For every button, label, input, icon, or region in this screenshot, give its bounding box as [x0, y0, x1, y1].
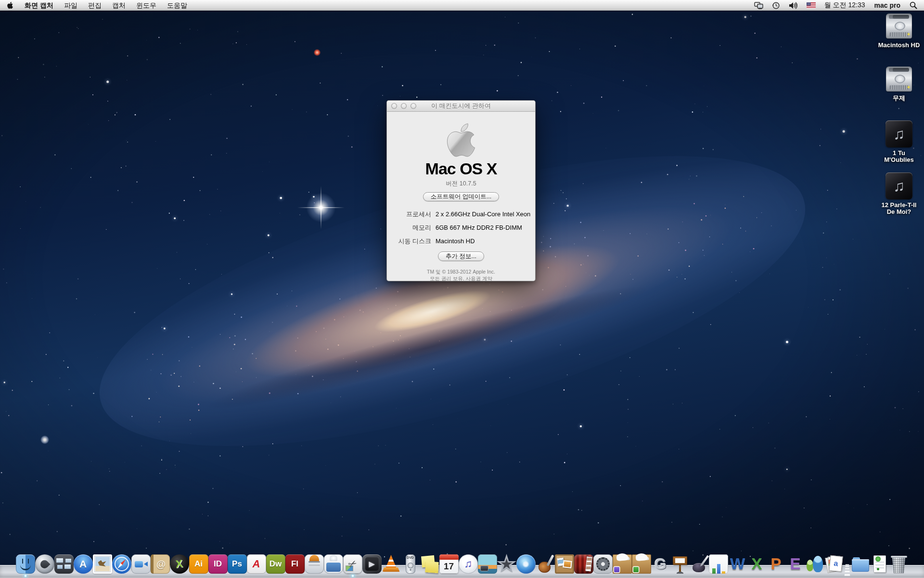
spec-label: 메모리: [387, 223, 431, 232]
dock-numbers[interactable]: [709, 550, 728, 574]
dock-stuffit-clamp[interactable]: G: [651, 550, 670, 574]
dock-garageband[interactable]: [536, 550, 555, 574]
desktop-icon-macintosh-hd[interactable]: Macintosh HD: [875, 13, 923, 49]
photo-booth-icon: [574, 554, 593, 574]
spotlight-search-icon: [910, 1, 917, 9]
dock-mission-control[interactable]: [54, 550, 74, 574]
dock-collage-board[interactable]: [555, 550, 574, 574]
dock-dvd-player[interactable]: DVD: [401, 550, 420, 574]
dock-keynote[interactable]: [670, 550, 690, 574]
dock-system-preferences[interactable]: [593, 550, 613, 574]
dock-screen-capture[interactable]: ✂: [343, 550, 362, 574]
dock-entourage[interactable]: E: [786, 550, 805, 574]
dock-toast-blue[interactable]: [324, 550, 343, 574]
spec-label: 프로세서: [387, 210, 431, 219]
dock-flash[interactable]: Fl: [285, 550, 305, 574]
audio-file-icon: ♫: [886, 172, 912, 199]
more-info-button[interactable]: 추가 정보...: [438, 251, 484, 261]
time-machine-menu-extra[interactable]: [768, 0, 784, 11]
dock-toast[interactable]: [305, 550, 324, 574]
desktop-icon-label: 1 TuM'Oublies: [884, 150, 914, 163]
menu-edit[interactable]: 편집: [83, 0, 107, 11]
desktop-wallpaper: [0, 0, 924, 578]
finder-icon: [16, 554, 35, 574]
menu-help[interactable]: 도움말: [162, 0, 192, 11]
collage-board-icon: [555, 554, 574, 574]
dock-messenger[interactable]: [805, 550, 824, 574]
dock-app-store[interactable]: A: [74, 550, 93, 574]
volume-menu-extra[interactable]: [784, 0, 802, 11]
dock-trash[interactable]: [889, 550, 909, 574]
dock-media-player[interactable]: ▶: [362, 550, 382, 574]
dock-facetime[interactable]: [131, 550, 151, 574]
window-titlebar[interactable]: 이 매킨토시에 관하여: [387, 101, 535, 112]
dock-iphoto[interactable]: [478, 550, 497, 574]
menu-clock[interactable]: 월 오전 12:33: [820, 1, 870, 10]
desktop-icon-audio-file-1[interactable]: ♫1 TuM'Oublies: [875, 120, 923, 163]
apple-icon: [7, 1, 13, 9]
displays-menu-extra[interactable]: [750, 0, 768, 11]
dock-stickies[interactable]: [420, 550, 439, 574]
screen-capture-icon: ✂: [343, 554, 362, 574]
iphoto-icon: [478, 554, 497, 574]
dock-word[interactable]: W: [728, 550, 747, 574]
menu-capture[interactable]: 캡처: [107, 0, 131, 11]
downloads-folder-icon: [851, 554, 870, 574]
dock-mail[interactable]: [93, 550, 112, 574]
dock-installer-document[interactable]: [870, 550, 889, 574]
dock-stuffit-box-purple[interactable]: [613, 550, 632, 574]
dock-launchpad[interactable]: [35, 550, 54, 574]
dock-documents-stack[interactable]: a: [824, 550, 844, 574]
dock-quarkxpress[interactable]: X: [170, 550, 189, 574]
menu-app-name[interactable]: 화면 캡처: [19, 0, 59, 11]
dock-indesign[interactable]: ID: [208, 550, 228, 574]
dock-address-book[interactable]: @: [151, 550, 170, 574]
dock-downloads-folder[interactable]: [851, 550, 870, 574]
time-machine-icon: [772, 1, 780, 10]
app-store-icon: A: [74, 554, 93, 574]
dreamweaver-icon: Dw: [266, 554, 285, 574]
dock-photoshop[interactable]: Ps: [228, 550, 247, 574]
minimize-button[interactable]: [401, 103, 407, 109]
system-preferences-icon: [593, 554, 613, 574]
zoom-button[interactable]: [411, 103, 416, 109]
input-source-menu-extra[interactable]: [802, 0, 820, 11]
apple-menu[interactable]: [0, 0, 19, 11]
dock-photo-booth[interactable]: [574, 550, 593, 574]
acrobat-icon: A: [247, 554, 266, 574]
dock-stuffit-box-green[interactable]: [632, 550, 651, 574]
dock: A@XAiIDPsADwFl✂▶DVD17♫★GWXPEa: [0, 547, 924, 578]
dock-itunes[interactable]: ♫: [459, 550, 478, 574]
dock-finder[interactable]: [16, 550, 35, 574]
os-version: 버전 10.7.5: [446, 180, 476, 188]
dock-dreamweaver[interactable]: Dw: [266, 550, 285, 574]
dock-pages[interactable]: [690, 550, 709, 574]
close-button[interactable]: [391, 103, 397, 109]
spotlight-menu-extra[interactable]: [905, 0, 924, 11]
stuffit-box-green-icon: [632, 554, 651, 574]
os-name: Mac OS X: [425, 161, 497, 176]
dock-imovie[interactable]: ★: [497, 550, 516, 574]
powerpoint-icon: P: [767, 554, 786, 574]
indesign-icon: ID: [208, 554, 228, 574]
dock-illustrator[interactable]: Ai: [189, 550, 208, 574]
copyright-text: TM 및 © 1983-2012 Apple Inc. 모든 권리 보유. 사용…: [427, 268, 495, 282]
dock-powerpoint[interactable]: P: [767, 550, 786, 574]
desktop-icon-label: 무제: [893, 95, 905, 102]
dock-ical[interactable]: 17: [439, 550, 459, 574]
software-update-button[interactable]: 소프트웨어 업데이트...: [423, 192, 499, 202]
menu-window[interactable]: 윈도우: [131, 0, 162, 11]
dock-excel[interactable]: X: [747, 550, 767, 574]
menu-user[interactable]: mac pro: [870, 1, 905, 9]
desktop-icon-untitled-drive[interactable]: 무제: [875, 66, 923, 102]
desktop-icon-audio-file-12[interactable]: ♫12 Parle-T-IlDe Moi?: [875, 172, 923, 215]
dock-safari[interactable]: [112, 550, 131, 574]
photoshop-icon: Ps: [228, 554, 247, 574]
stuffit-clamp-icon: G: [651, 554, 670, 574]
dock-vlc[interactable]: [382, 550, 401, 574]
dock-acrobat[interactable]: A: [247, 550, 266, 574]
toast-icon: [305, 554, 324, 574]
menu-file[interactable]: 파일: [59, 0, 83, 11]
dock-idvd[interactable]: [516, 550, 536, 574]
safari-icon: [112, 554, 131, 574]
